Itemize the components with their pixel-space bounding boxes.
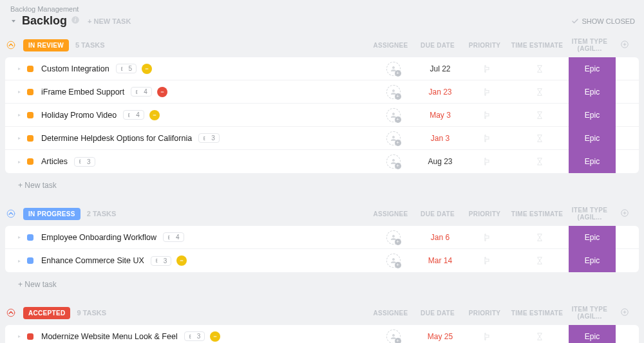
task-title[interactable]: iFrame Embed Support: [41, 88, 124, 97]
section-collapse-icon[interactable]: [5, 208, 17, 219]
section-collapse-icon[interactable]: [5, 307, 17, 319]
col-assignee[interactable]: ASSIGNEE: [367, 42, 414, 49]
time-estimate-icon[interactable]: [535, 134, 544, 143]
expand-caret-icon[interactable]: ▸: [18, 159, 22, 165]
assignee-add-icon[interactable]: +: [386, 329, 401, 344]
task-title[interactable]: Determine Helpdesk Options for Californi…: [41, 134, 192, 143]
new-task-link[interactable]: + New task: [5, 272, 639, 292]
item-type-badge[interactable]: Epic: [569, 249, 616, 272]
due-date-value[interactable]: May 3: [430, 111, 451, 120]
status-square-icon[interactable]: [27, 158, 33, 165]
task-title[interactable]: Custom Integration: [41, 64, 109, 73]
col-item-type[interactable]: ITEM TYPE (AGIL...: [566, 207, 613, 221]
status-square-icon[interactable]: [27, 135, 33, 142]
assignee-add-icon[interactable]: +: [386, 85, 401, 99]
assignee-add-icon[interactable]: +: [386, 254, 401, 268]
task-row[interactable]: ▸Custom Integration5+Jul 22Epic: [5, 57, 639, 80]
subtask-count[interactable]: 3: [198, 133, 220, 143]
status-pill-icon[interactable]: [176, 255, 187, 266]
assignee-add-icon[interactable]: +: [386, 154, 401, 169]
add-column-button[interactable]: [613, 308, 636, 318]
task-title[interactable]: Employee Onboarding Workflow: [41, 233, 156, 242]
due-date-value[interactable]: Jul 22: [430, 64, 450, 73]
assignee-add-icon[interactable]: +: [386, 230, 401, 245]
col-priority[interactable]: PRIORITY: [461, 210, 508, 218]
time-estimate-icon[interactable]: [535, 111, 544, 120]
status-square-icon[interactable]: [27, 89, 33, 95]
task-row[interactable]: ▸Holiday Promo Video4+May 3Epic: [5, 104, 639, 127]
expand-caret-icon[interactable]: ▸: [18, 112, 22, 118]
priority-flag-icon[interactable]: [483, 157, 492, 166]
item-type-badge[interactable]: Epic: [569, 104, 616, 127]
status-pill-icon[interactable]: [142, 64, 152, 74]
col-time-estimate[interactable]: TIME ESTIMATE: [508, 310, 566, 317]
task-row[interactable]: ▸Enhance Commerce Site UX3+Mar 14Epic: [5, 249, 639, 272]
section-status-badge[interactable]: IN REVIEW: [23, 39, 69, 51]
priority-flag-icon[interactable]: [483, 256, 492, 265]
col-priority[interactable]: PRIORITY: [461, 310, 508, 317]
col-due-date[interactable]: DUE DATE: [414, 210, 461, 218]
time-estimate-icon[interactable]: [535, 88, 544, 97]
subtask-count[interactable]: 3: [184, 331, 205, 341]
assignee-add-icon[interactable]: +: [386, 108, 401, 122]
task-row[interactable]: ▸Modernize Website Menu Look & Feel3+May…: [5, 325, 639, 343]
task-title[interactable]: Articles: [41, 157, 68, 166]
section-status-badge[interactable]: IN PROGRESS: [23, 208, 80, 220]
add-column-button[interactable]: [613, 40, 636, 50]
subtask-count[interactable]: 5: [116, 64, 137, 73]
time-estimate-icon[interactable]: [535, 256, 544, 265]
status-square-icon[interactable]: [27, 333, 33, 340]
subtask-count[interactable]: 4: [131, 87, 152, 97]
item-type-badge[interactable]: Epic: [569, 226, 616, 249]
due-date-value[interactable]: May 25: [428, 332, 453, 341]
priority-flag-icon[interactable]: [483, 134, 492, 143]
priority-flag-icon[interactable]: [483, 332, 492, 341]
subtask-count[interactable]: 3: [151, 256, 172, 266]
time-estimate-icon[interactable]: [535, 64, 544, 73]
status-square-icon[interactable]: [27, 66, 33, 72]
section-collapse-icon[interactable]: [5, 39, 17, 51]
item-type-badge[interactable]: Epic: [569, 80, 616, 104]
due-date-value[interactable]: Mar 14: [428, 256, 452, 265]
subtask-count[interactable]: 4: [163, 232, 184, 242]
expand-caret-icon[interactable]: ▸: [18, 333, 22, 339]
add-column-button[interactable]: [613, 209, 636, 219]
status-square-icon[interactable]: [27, 112, 33, 118]
status-pill-icon[interactable]: [210, 331, 220, 342]
col-assignee[interactable]: ASSIGNEE: [367, 310, 414, 317]
priority-flag-icon[interactable]: [483, 88, 492, 97]
new-task-button[interactable]: + NEW TASK: [84, 16, 135, 26]
due-date-value[interactable]: Jan 6: [431, 233, 450, 242]
task-title[interactable]: Modernize Website Menu Look & Feel: [41, 332, 178, 341]
status-pill-icon[interactable]: [157, 87, 167, 97]
status-pill-icon[interactable]: [149, 110, 160, 120]
due-date-value[interactable]: Jan 3: [431, 134, 450, 143]
due-date-value[interactable]: Jan 23: [428, 88, 451, 97]
assignee-add-icon[interactable]: +: [386, 62, 401, 76]
section-status-badge[interactable]: ACCEPTED: [23, 307, 70, 319]
expand-caret-icon[interactable]: ▸: [18, 135, 22, 141]
subtask-count[interactable]: 4: [123, 110, 144, 120]
status-square-icon[interactable]: [27, 257, 33, 264]
status-square-icon[interactable]: [27, 234, 33, 241]
col-time-estimate[interactable]: TIME ESTIMATE: [508, 42, 566, 49]
priority-flag-icon[interactable]: [483, 233, 492, 242]
expand-caret-icon[interactable]: ▸: [18, 89, 22, 95]
assignee-add-icon[interactable]: +: [386, 131, 401, 145]
item-type-badge[interactable]: Epic: [569, 57, 616, 80]
time-estimate-icon[interactable]: [535, 157, 544, 166]
new-task-link[interactable]: + New task: [5, 173, 639, 192]
collapse-caret-icon[interactable]: [10, 18, 17, 24]
priority-flag-icon[interactable]: [483, 64, 492, 73]
col-assignee[interactable]: ASSIGNEE: [367, 210, 414, 218]
expand-caret-icon[interactable]: ▸: [18, 66, 22, 71]
task-row[interactable]: ▸iFrame Embed Support4+Jan 23Epic: [5, 80, 639, 104]
priority-flag-icon[interactable]: [483, 111, 492, 120]
col-priority[interactable]: PRIORITY: [461, 42, 508, 49]
time-estimate-icon[interactable]: [535, 233, 544, 242]
col-due-date[interactable]: DUE DATE: [414, 310, 461, 317]
item-type-badge[interactable]: Epic: [569, 150, 616, 173]
task-row[interactable]: ▸Articles3+Aug 23Epic: [5, 150, 639, 173]
col-due-date[interactable]: DUE DATE: [414, 42, 461, 49]
expand-caret-icon[interactable]: ▸: [18, 258, 22, 264]
